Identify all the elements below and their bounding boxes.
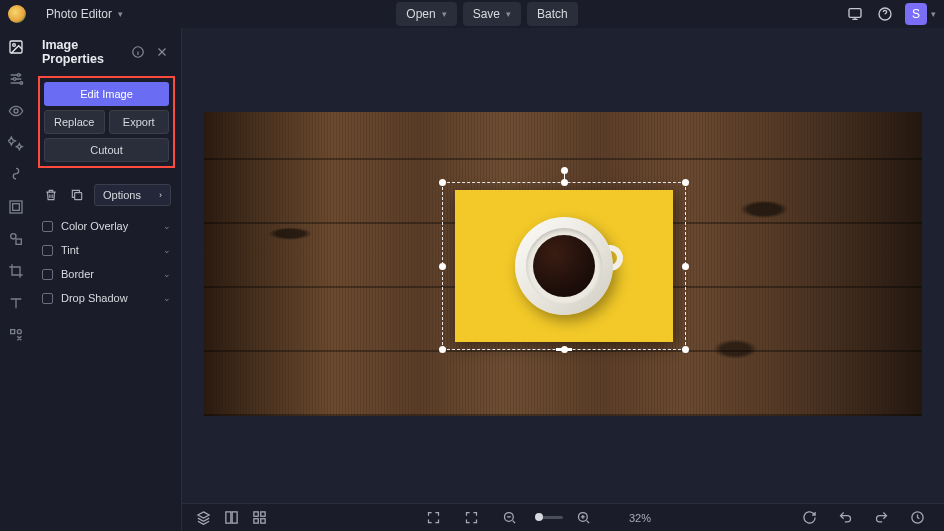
svg-rect-14: [75, 193, 82, 200]
redo-icon[interactable]: [870, 507, 892, 529]
app-title-dropdown[interactable]: Photo Editor ▾: [38, 3, 131, 25]
panel-title: Image Properties: [42, 38, 123, 66]
svg-rect-8: [10, 201, 22, 213]
actual-size-icon[interactable]: [461, 507, 483, 529]
replace-button[interactable]: Replace: [44, 110, 105, 134]
svg-rect-11: [16, 239, 21, 244]
checkbox[interactable]: [42, 269, 53, 280]
svg-point-5: [13, 78, 16, 81]
adjust-tool-icon[interactable]: [7, 70, 25, 88]
text-tool-icon[interactable]: [7, 294, 25, 312]
svg-point-4: [17, 74, 20, 77]
crop-bar-handle[interactable]: [556, 348, 572, 351]
zoom-controls: 32%: [423, 507, 651, 529]
cutout-button[interactable]: Cutout: [44, 138, 169, 162]
grid-icon[interactable]: [248, 507, 270, 529]
zoom-in-icon[interactable]: [573, 507, 595, 529]
checkbox[interactable]: [42, 245, 53, 256]
chevron-down-icon: ⌄: [163, 221, 171, 231]
close-icon[interactable]: [153, 43, 171, 61]
undo-icon[interactable]: [834, 507, 856, 529]
effects-tool-icon[interactable]: [7, 134, 25, 152]
elements-tool-icon[interactable]: [7, 230, 25, 248]
crop-tool-icon[interactable]: [7, 262, 25, 280]
svg-point-12: [17, 330, 21, 334]
options-dropdown[interactable]: Options ›: [94, 184, 171, 206]
chevron-down-icon: ⌄: [163, 293, 171, 303]
svg-rect-17: [253, 512, 257, 516]
svg-rect-0: [849, 9, 861, 18]
left-rail: [0, 28, 32, 531]
svg-rect-16: [232, 512, 237, 523]
avatar[interactable]: S: [905, 3, 927, 25]
section-tint[interactable]: Tint ⌄: [32, 238, 181, 262]
svg-rect-15: [225, 512, 230, 523]
chevron-down-icon: ▾: [506, 9, 511, 19]
chevron-down-icon: ▾: [442, 9, 447, 19]
resize-handle[interactable]: [439, 263, 446, 270]
resize-handle[interactable]: [682, 346, 689, 353]
feedback-icon[interactable]: [843, 2, 867, 26]
chevron-right-icon: ›: [159, 190, 162, 200]
fit-screen-icon[interactable]: [423, 507, 445, 529]
resize-handle[interactable]: [439, 346, 446, 353]
app-logo: [8, 5, 26, 23]
canvas-area[interactable]: [182, 28, 944, 531]
compare-icon[interactable]: [220, 507, 242, 529]
svg-rect-19: [253, 519, 257, 523]
checkbox[interactable]: [42, 293, 53, 304]
resize-handle[interactable]: [682, 179, 689, 186]
history-icon[interactable]: [906, 507, 928, 529]
delete-icon[interactable]: [42, 186, 60, 204]
bottom-bar: 32%: [182, 503, 944, 531]
info-icon[interactable]: [129, 43, 147, 61]
eye-tool-icon[interactable]: [7, 102, 25, 120]
resize-handle[interactable]: [682, 263, 689, 270]
svg-rect-20: [260, 519, 264, 523]
frame-tool-icon[interactable]: [7, 198, 25, 216]
svg-point-10: [11, 234, 16, 239]
svg-point-7: [14, 109, 18, 113]
batch-button[interactable]: Batch: [527, 2, 578, 26]
sync-icon[interactable]: [798, 507, 820, 529]
section-border[interactable]: Border ⌄: [32, 262, 181, 286]
rotate-handle[interactable]: [561, 167, 568, 174]
selection-box[interactable]: [442, 182, 686, 350]
resize-handle[interactable]: [439, 179, 446, 186]
top-bar: Photo Editor ▾ Open ▾ Save ▾ Batch S ▾: [0, 0, 944, 28]
zoom-level[interactable]: 32%: [629, 512, 651, 524]
chevron-down-icon: ⌄: [163, 269, 171, 279]
highlighted-button-group: Edit Image Replace Export Cutout: [38, 76, 175, 168]
shapes-tool-icon[interactable]: [7, 326, 25, 344]
svg-rect-18: [260, 512, 264, 516]
help-icon[interactable]: [873, 2, 897, 26]
export-button[interactable]: Export: [109, 110, 170, 134]
checkbox[interactable]: [42, 221, 53, 232]
duplicate-icon[interactable]: [68, 186, 86, 204]
canvas-image[interactable]: [204, 112, 922, 416]
svg-point-3: [13, 44, 16, 47]
zoom-out-icon[interactable]: [499, 507, 521, 529]
image-tool-icon[interactable]: [7, 38, 25, 56]
layers-icon[interactable]: [192, 507, 214, 529]
section-drop-shadow[interactable]: Drop Shadow ⌄: [32, 286, 181, 310]
properties-panel: Image Properties Edit Image Replace Expo…: [32, 28, 182, 531]
open-button[interactable]: Open ▾: [396, 2, 456, 26]
app-title: Photo Editor: [46, 7, 112, 21]
svg-rect-9: [13, 204, 20, 211]
edit-image-button[interactable]: Edit Image: [44, 82, 169, 106]
chevron-down-icon[interactable]: ▾: [931, 9, 936, 19]
chevron-down-icon: ▾: [118, 9, 123, 19]
resize-handle[interactable]: [561, 179, 568, 186]
retouch-tool-icon[interactable]: [7, 166, 25, 184]
chevron-down-icon: ⌄: [163, 245, 171, 255]
zoom-slider[interactable]: [537, 516, 563, 519]
section-color-overlay[interactable]: Color Overlay ⌄: [32, 214, 181, 238]
save-button[interactable]: Save ▾: [463, 2, 521, 26]
